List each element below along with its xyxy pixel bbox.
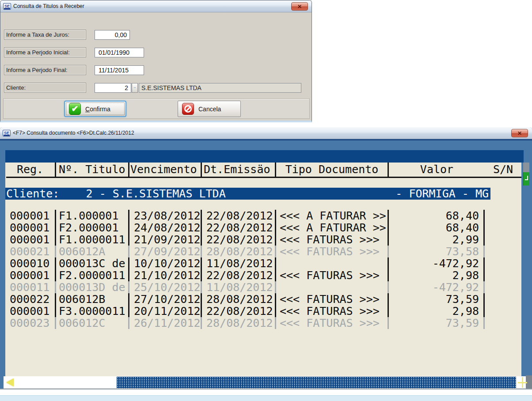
client-banner: Cliente: 2 - S.E.SISTEMAS LTDA - FORMIGA…	[5, 188, 490, 200]
app-icon: SE	[3, 130, 11, 136]
cell-vencimento: 27/10/2012	[129, 293, 202, 305]
header-band	[5, 150, 524, 163]
header-tipo: Tipo Documento	[276, 163, 389, 177]
cell-valor: 2,99	[389, 234, 485, 246]
cell-emissao: 22/08/2012	[202, 269, 276, 281]
table-rows: 000001F1.00000123/08/201222/08/2012<<< A…	[5, 210, 521, 329]
cliente-code-input[interactable]: 2	[95, 83, 131, 93]
cell-emissao: 11/08/2012	[202, 281, 276, 293]
cell-tipo: <<< A FATURAR >>	[276, 210, 389, 222]
periodo-inicial-input[interactable]: 01/01/1990	[95, 48, 144, 57]
cell-valor: -472,92	[389, 257, 485, 269]
cliente-name-field: S.E.SISTEMAS LTDA	[139, 83, 301, 93]
scroll-left-arrow-icon[interactable]	[6, 378, 14, 386]
cell-tipo: <<< FATURAS >>>	[276, 317, 389, 329]
cell-titulo: 000013D de	[56, 281, 129, 293]
table-row[interactable]: 000010000013C de10/10/201211/08/2012-472…	[5, 257, 521, 269]
cell-valor: 68,40	[389, 210, 485, 222]
cell-titulo: F3.0000011	[56, 305, 129, 317]
cell-tipo: <<< FATURAS >>>	[276, 269, 389, 281]
cell-reg: 000001	[5, 234, 56, 246]
cell-tipo: <<< A FATURAR >>	[276, 222, 389, 234]
table-header-row: Reg. Nº. Titulo Vencimento Dt.Emissäo Ti…	[5, 163, 521, 177]
header-reg: Reg.	[5, 163, 56, 177]
table-row[interactable]: 000001F2.00000124/08/201222/08/2012<<< A…	[5, 222, 521, 234]
cell-emissao: 28/08/2012	[202, 293, 276, 305]
label-periodo-final: Informe a Perjodo Final:	[4, 65, 86, 75]
periodo-final-input[interactable]: 11/11/2015	[95, 65, 144, 75]
vertical-scroll-green-button[interactable]	[523, 172, 529, 185]
cell-emissao: 11/08/2012	[202, 257, 276, 269]
header-sn: S/N	[485, 163, 521, 177]
cell-reg: 000010	[5, 257, 56, 269]
table-row[interactable]: 000001F2.000001121/10/201222/08/2012<<< …	[5, 269, 521, 281]
cell-valor: 73,59	[389, 317, 485, 329]
cell-vencimento: 21/09/2012	[129, 234, 202, 246]
cell-emissao: 28/08/2012	[202, 246, 276, 257]
cancel-button[interactable]: Cancela	[178, 101, 241, 117]
cancel-button-label: Cancela	[198, 106, 227, 113]
cell-emissao: 22/08/2012	[202, 234, 276, 246]
confirm-button-label: Confirma	[85, 106, 117, 113]
documents-grid: Reg. Nº. Titulo Vencimento Dt.Emissäo Ti…	[5, 150, 521, 376]
label-periodo-inicial: Informe a Perjodo Inicial:	[4, 47, 86, 57]
table-row[interactable]: 000011000013D de25/10/201211/08/2012-472…	[5, 281, 521, 293]
horizontal-scrollbar[interactable]	[4, 376, 526, 389]
cell-reg: 000001	[5, 305, 56, 317]
cell-vencimento: 27/09/2012	[129, 246, 202, 257]
cell-reg: 000011	[5, 281, 56, 293]
cell-vencimento: 23/08/2012	[129, 210, 202, 222]
window-titlebar[interactable]: SE <F7> Consulta documento <F6>Dt.Calc.2…	[0, 127, 532, 139]
titlebar-underline	[0, 139, 532, 140]
confirm-button[interactable]: Confirma	[64, 101, 126, 117]
cliente-lookup-button[interactable]: ..	[132, 83, 138, 93]
table-row[interactable]: 000022006012B27/10/201228/08/2012<<< FAT…	[5, 293, 521, 305]
client-banner-left: Cliente: 2 - S.E.SISTEMAS LTDA	[5, 188, 226, 200]
cell-reg: 000022	[5, 293, 56, 305]
cell-valor: 73,59	[389, 293, 485, 305]
cell-emissao: 28/08/2012	[202, 317, 276, 329]
cell-valor: 68,40	[389, 222, 485, 234]
cell-vencimento: 24/08/2012	[129, 222, 202, 234]
cell-titulo: F2.000001	[56, 222, 129, 234]
cell-sn	[485, 269, 521, 281]
vertical-scrollbar-track[interactable]	[523, 163, 529, 172]
cell-reg: 000001	[5, 269, 56, 281]
cell-emissao: 22/08/2012	[202, 305, 276, 317]
dialog-title: Consulta de Titulos a Receber	[13, 3, 84, 9]
cell-valor: 73,58	[389, 246, 485, 257]
check-icon	[69, 103, 81, 115]
cell-emissao: 22/08/2012	[202, 210, 276, 222]
table-row[interactable]: 000001F1.00000123/08/201222/08/2012<<< A…	[5, 210, 521, 222]
cell-valor: 2,98	[389, 269, 485, 281]
table-row[interactable]: 000001F3.000001120/11/201222/08/2012<<< …	[5, 305, 521, 317]
cell-sn	[485, 222, 521, 234]
scroll-plus-icon[interactable]	[517, 377, 527, 388]
dialog-titlebar[interactable]: SE Consulta de Titulos a Receber ✕	[0, 0, 312, 12]
cancel-icon	[182, 103, 194, 115]
window-close-button[interactable]: ✕	[511, 129, 528, 137]
cell-vencimento: 10/10/2012	[129, 257, 202, 269]
header-rule	[6, 177, 521, 178]
cell-titulo: F2.0000011	[56, 269, 129, 281]
table-row[interactable]: 000021006012A27/09/201228/08/2012<<< FAT…	[5, 246, 521, 257]
table-row[interactable]: 000023006012C26/11/201228/08/2012<<< FAT…	[5, 317, 521, 329]
cell-titulo: 006012B	[56, 293, 129, 305]
taxa-juros-input[interactable]: 0,00	[95, 30, 130, 40]
cell-valor: 2,98	[389, 305, 485, 317]
label-taxa-juros: Informe a Taxa de Juros:	[4, 30, 86, 40]
header-emissao: Dt.Emissäo	[202, 163, 276, 177]
label-cliente: Cliente:	[4, 83, 86, 93]
header-vencimento: Vencimento	[129, 163, 202, 177]
cell-reg: 000021	[5, 246, 56, 257]
scroll-thumb[interactable]	[117, 377, 516, 388]
cell-tipo: <<< FATURAS >>>	[276, 246, 389, 257]
app-icon: SE	[3, 3, 11, 10]
cell-sn	[485, 246, 521, 257]
cell-titulo: F1.0000011	[56, 234, 129, 246]
cell-tipo: <<< FATURAS >>>	[276, 305, 389, 317]
cell-titulo: 006012A	[56, 246, 129, 257]
table-row[interactable]: 000001F1.000001121/09/201222/08/2012<<< …	[5, 234, 521, 246]
dialog-close-button[interactable]: ✕	[291, 2, 308, 11]
window-title: <F7> Consulta documento <F6>Dt.Calc.26/1…	[13, 130, 134, 136]
